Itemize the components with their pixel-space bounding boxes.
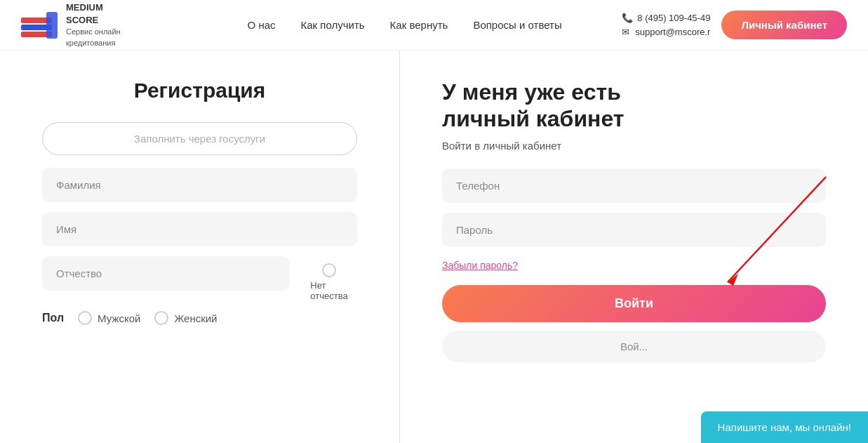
logo-icon: [21, 12, 58, 39]
nav-how-to-return[interactable]: Как вернуть: [390, 19, 448, 31]
nav-about[interactable]: О нас: [248, 19, 276, 31]
forgot-password-link[interactable]: Забыли пароль?: [442, 260, 518, 271]
register-secondary-button[interactable]: Вой...: [442, 331, 826, 362]
password-input[interactable]: [442, 213, 826, 247]
phone-row: 📞 8 (495) 109-45-49: [622, 13, 710, 24]
gender-male-radio[interactable]: [78, 311, 92, 325]
registration-title: Регистрация: [42, 79, 357, 103]
svg-marker-5: [728, 274, 738, 286]
login-panel: У меня уже есть личный кабинет Войти в л…: [400, 51, 868, 443]
gender-female-label: Женский: [174, 312, 217, 324]
login-title: У меня уже есть личный кабинет: [442, 79, 681, 133]
phone-number: 8 (495) 109-45-49: [637, 13, 710, 23]
gender-male-option[interactable]: Мужской: [78, 311, 140, 325]
gender-female-radio[interactable]: [154, 311, 168, 325]
gender-label: Пол: [42, 312, 64, 324]
no-patronymic-option[interactable]: Нетотчества: [301, 256, 357, 301]
brand-subtitle: Сервис онлайнкредитования: [66, 27, 121, 48]
gosuslugi-button[interactable]: Заполнить через госуслуги: [42, 122, 357, 155]
email-row: ✉ support@mscore.r: [620, 27, 710, 38]
phone-input[interactable]: [442, 168, 826, 203]
email-icon: ✉: [620, 27, 631, 38]
logo-text: MEDIUMSCORE Сервис онлайнкредитования: [66, 1, 121, 48]
login-button[interactable]: Войти: [442, 285, 826, 322]
patronymic-input[interactable]: [42, 256, 290, 291]
nav-how-to-get[interactable]: Как получить: [301, 19, 365, 31]
registration-panel: Регистрация Заполнить через госуслуги Не…: [0, 51, 400, 443]
phone-icon: 📞: [622, 13, 633, 24]
chat-bubble[interactable]: Напишите нам, мы онлайн!: [701, 411, 868, 443]
surname-input[interactable]: [42, 168, 357, 202]
cabinet-button[interactable]: Личный кабинет: [721, 11, 847, 39]
header: MEDIUMSCORE Сервис онлайнкредитования О …: [0, 0, 868, 51]
name-input[interactable]: [42, 212, 357, 246]
main-content: Регистрация Заполнить через госуслуги Не…: [0, 51, 868, 443]
svg-rect-3: [46, 12, 58, 39]
logo-area: MEDIUMSCORE Сервис онлайнкредитования: [21, 1, 161, 48]
header-contacts: 📞 8 (495) 109-45-49 ✉ support@mscore.r: [620, 13, 710, 38]
email-address: support@mscore.r: [635, 27, 710, 37]
gender-male-label: Мужской: [98, 312, 140, 324]
gender-row: Пол Мужской Женский: [42, 311, 357, 325]
no-patronymic-checkbox[interactable]: [322, 263, 336, 277]
gender-female-option[interactable]: Женский: [154, 311, 217, 325]
login-hint: Войти в личный кабинет: [442, 140, 826, 152]
main-nav: О нас Как получить Как вернуть Вопросы и…: [189, 19, 620, 31]
patronymic-row: Нетотчества: [42, 256, 357, 301]
brand-name: MEDIUMSCORE: [66, 1, 121, 27]
nav-faq[interactable]: Вопросы и ответы: [473, 19, 561, 31]
no-patronymic-label: Нетотчества: [310, 280, 347, 301]
